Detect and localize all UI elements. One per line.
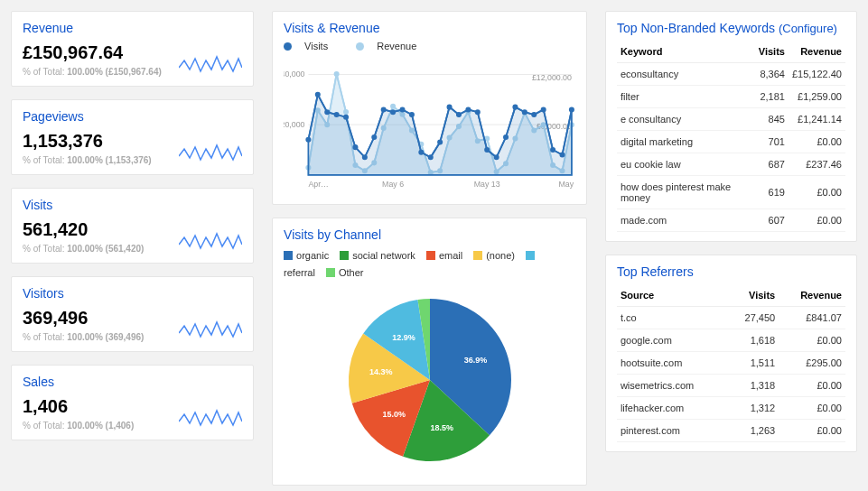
swatch-icon — [340, 251, 349, 260]
svg-text:20,000: 20,000 — [284, 120, 305, 129]
kpi-card-visitors: Visitors369,496% of Total: 100.00% (369,… — [11, 276, 254, 352]
right-column: Top Non-Branded Keywords (Configure) Key… — [605, 11, 857, 486]
col-revenue: Revenue — [779, 284, 845, 307]
svg-text:40,000: 40,000 — [284, 69, 305, 79]
svg-text:May 13: May 13 — [474, 180, 500, 189]
card-title: Visits & Revenue — [284, 21, 575, 35]
svg-point-13 — [335, 72, 339, 76]
sparkline-icon — [179, 317, 242, 342]
svg-point-54 — [448, 105, 452, 108]
svg-point-52 — [429, 155, 433, 159]
card-title: Top Non-Branded Keywords (Configure) — [617, 21, 845, 35]
svg-point-14 — [344, 110, 348, 114]
kpi-title: Sales — [23, 375, 242, 389]
svg-point-62 — [523, 110, 527, 114]
table-row[interactable]: how does pinterest make money619£0.00 — [617, 176, 845, 209]
legend-item: social network — [340, 250, 415, 261]
legend-item: (none) — [473, 250, 515, 261]
table-row[interactable]: pinterest.com1,263£0.00 — [617, 420, 845, 442]
svg-point-57 — [476, 110, 480, 114]
sparkline-icon — [179, 228, 242, 254]
kpi-subtext: % of Total: 100.00% (369,496) — [23, 332, 144, 342]
visits-revenue-chart[interactable]: 20,00040,000£6,000.00£12,000.00Apr…May 6… — [284, 57, 575, 192]
channels-pie-chart[interactable]: 36.9%18.5%15.0%14.3%12.9% — [340, 290, 520, 470]
svg-point-64 — [542, 107, 546, 111]
svg-point-60 — [504, 135, 508, 139]
legend-item: Other — [326, 267, 364, 278]
kpi-value: £150,967.64 — [23, 42, 162, 63]
table-row[interactable]: filter2,181£1,259.00 — [617, 86, 845, 108]
svg-point-41 — [325, 110, 329, 114]
swatch-icon — [326, 268, 335, 277]
kpi-subtext: % of Total: 100.00% (£150,967.64) — [23, 67, 162, 77]
svg-point-58 — [485, 148, 489, 152]
dot-icon — [284, 42, 292, 51]
kpi-column: Revenue£150,967.64% of Total: 100.00% (£… — [11, 11, 254, 486]
svg-point-45 — [363, 155, 367, 159]
svg-point-50 — [410, 113, 414, 116]
kpi-title: Visitors — [23, 286, 242, 301]
svg-point-43 — [344, 116, 348, 119]
svg-point-59 — [495, 155, 499, 159]
svg-text:May 6: May 6 — [382, 180, 404, 189]
svg-text:18.5%: 18.5% — [430, 424, 453, 433]
kpi-subtext: % of Total: 100.00% (1,153,376) — [23, 155, 152, 165]
legend-item: organic — [284, 250, 329, 261]
table-row[interactable]: hootsuite.com1,511£295.00 — [617, 352, 845, 375]
svg-point-63 — [532, 113, 536, 116]
card-title: Visits by Channel — [284, 227, 575, 242]
kpi-card-sales: Sales1,406% of Total: 100.00% (1,406) — [11, 365, 254, 440]
col-visits: Visits — [727, 284, 779, 307]
referrers-table: Source Visits Revenue t.co27,450£841.07g… — [617, 284, 845, 442]
swatch-icon — [526, 251, 535, 260]
table-row[interactable]: digital marketing701£0.00 — [617, 131, 845, 153]
kpi-title: Pageviews — [23, 109, 242, 124]
table-row[interactable]: eu cookie law687£237.46 — [617, 153, 845, 176]
svg-point-19 — [391, 105, 395, 108]
kpi-value: 1,406 — [23, 396, 134, 417]
kpi-card-pageviews: Pageviews1,153,376% of Total: 100.00% (1… — [11, 99, 254, 175]
table-row[interactable]: e consultancy845£1,241.14 — [617, 108, 845, 131]
table-row[interactable]: google.com1,618£0.00 — [617, 329, 845, 352]
svg-point-44 — [353, 145, 357, 149]
svg-text:12.9%: 12.9% — [392, 334, 415, 343]
kpi-title: Visits — [23, 198, 242, 212]
svg-point-61 — [513, 105, 517, 108]
sparkline-icon — [179, 405, 242, 431]
table-row[interactable]: made.com607£0.00 — [617, 209, 845, 232]
kpi-value: 1,153,376 — [23, 131, 152, 152]
swatch-icon — [473, 251, 482, 260]
svg-point-49 — [400, 107, 404, 111]
middle-column: Visits & Revenue Visits Revenue 20,00040… — [272, 11, 587, 486]
col-source: Source — [617, 284, 727, 307]
keywords-table: Keyword Visits Revenue econsultancy8,364… — [617, 41, 845, 232]
table-row[interactable]: lifehacker.com1,312£0.00 — [617, 397, 845, 420]
svg-point-47 — [382, 107, 386, 111]
svg-text:14.3%: 14.3% — [369, 368, 392, 377]
svg-text:Apr…: Apr… — [308, 180, 329, 189]
table-row[interactable]: econsultancy8,364£15,122.40 — [617, 63, 845, 86]
svg-point-48 — [391, 110, 395, 114]
configure-link[interactable]: (Configure) — [779, 22, 837, 35]
legend-item: email — [426, 250, 462, 261]
svg-text:36.9%: 36.9% — [463, 356, 487, 365]
keywords-card: Top Non-Branded Keywords (Configure) Key… — [605, 11, 857, 242]
col-visits: Visits — [755, 41, 789, 63]
svg-point-53 — [438, 140, 442, 144]
table-row[interactable]: wisemetrics.com1,318£0.00 — [617, 375, 845, 397]
svg-point-51 — [419, 151, 423, 154]
svg-point-42 — [335, 113, 339, 116]
table-row[interactable]: t.co27,450£841.07 — [617, 307, 845, 329]
dashboard: Revenue£150,967.64% of Total: 100.00% (£… — [11, 11, 857, 486]
kpi-card-visits: Visits561,420% of Total: 100.00% (561,42… — [11, 188, 254, 264]
kpi-subtext: % of Total: 100.00% (1,406) — [23, 421, 134, 431]
referrers-card: Top Referrers Source Visits Revenue t.co… — [605, 255, 857, 452]
col-revenue: Revenue — [789, 41, 845, 63]
kpi-title: Revenue — [23, 21, 242, 35]
pie-legend: organicsocial networkemail(none)referral… — [284, 247, 575, 281]
col-keyword: Keyword — [617, 41, 755, 63]
svg-text:£12,000.00: £12,000.00 — [532, 73, 572, 82]
channels-card: Visits by Channel organicsocial networke… — [272, 218, 587, 486]
visits-revenue-card: Visits & Revenue Visits Revenue 20,00040… — [272, 11, 587, 205]
svg-point-29 — [485, 136, 489, 140]
